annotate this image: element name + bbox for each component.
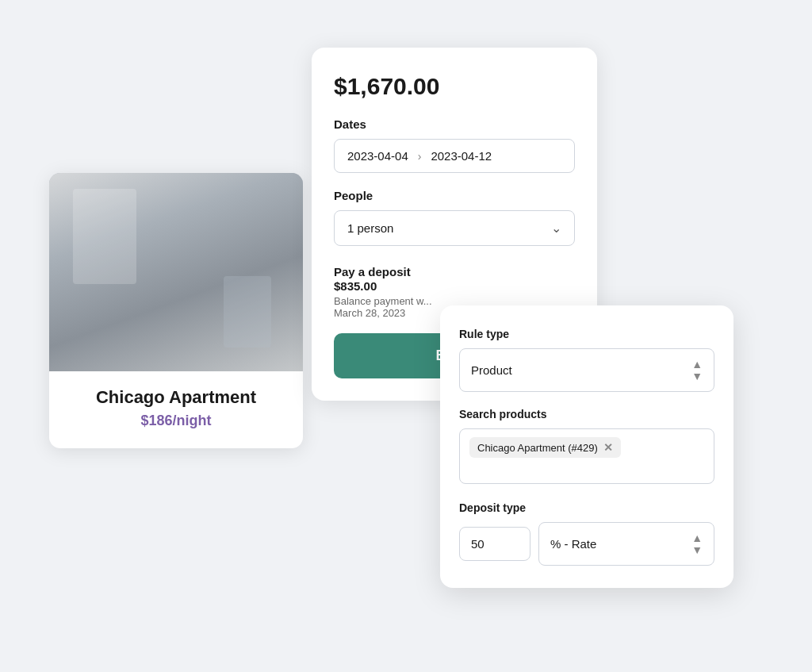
chevron-down-icon: ⌄: [551, 221, 561, 236]
property-price: $186/night: [68, 413, 284, 429]
rate-updown-icon: ▲ ▼: [691, 532, 703, 555]
product-tag-close[interactable]: ✕: [603, 441, 613, 454]
deposit-type-label: Deposit type: [459, 501, 714, 514]
product-tag: Chicago Apartment (#429) ✕: [469, 437, 621, 458]
date-end: 2023-04-12: [431, 149, 492, 163]
deposit-rate-select[interactable]: % - Rate ▲ ▼: [538, 522, 714, 566]
date-start: 2023-04-04: [347, 149, 408, 163]
deposit-type-row: % - Rate ▲ ▼: [459, 522, 714, 566]
rule-type-label: Rule type: [459, 328, 714, 340]
property-name: Chicago Apartment: [68, 387, 284, 408]
property-info: Chicago Apartment $186/night: [49, 371, 303, 448]
deposit-rate-value: % - Rate: [550, 537, 596, 551]
property-card: Chicago Apartment $186/night: [49, 173, 303, 448]
rule-panel: Rule type Product ▲ ▼ Search products Ch…: [440, 305, 733, 588]
people-label: People: [334, 189, 575, 202]
dates-row[interactable]: 2023-04-04 › 2023-04-12: [334, 139, 575, 173]
deposit-amount: $835.00: [334, 279, 377, 293]
people-value: 1 person: [347, 221, 393, 235]
people-select[interactable]: 1 person ⌄: [334, 210, 575, 246]
rule-type-select[interactable]: Product ▲ ▼: [459, 348, 714, 392]
booking-total: $1,670.00: [334, 73, 575, 100]
dates-label: Dates: [334, 117, 575, 131]
search-products-label: Search products: [459, 408, 714, 420]
date-arrow-icon: ›: [418, 150, 422, 163]
product-tag-label: Chicago Apartment (#429): [477, 442, 598, 454]
deposit-label: Pay a deposit: [334, 265, 411, 278]
updown-icon: ▲ ▼: [691, 359, 703, 382]
deposit-amount-input[interactable]: [459, 527, 530, 561]
rule-type-value: Product: [471, 363, 512, 377]
search-products-box[interactable]: Chicago Apartment (#429) ✕: [459, 428, 714, 484]
property-image: [49, 173, 303, 371]
